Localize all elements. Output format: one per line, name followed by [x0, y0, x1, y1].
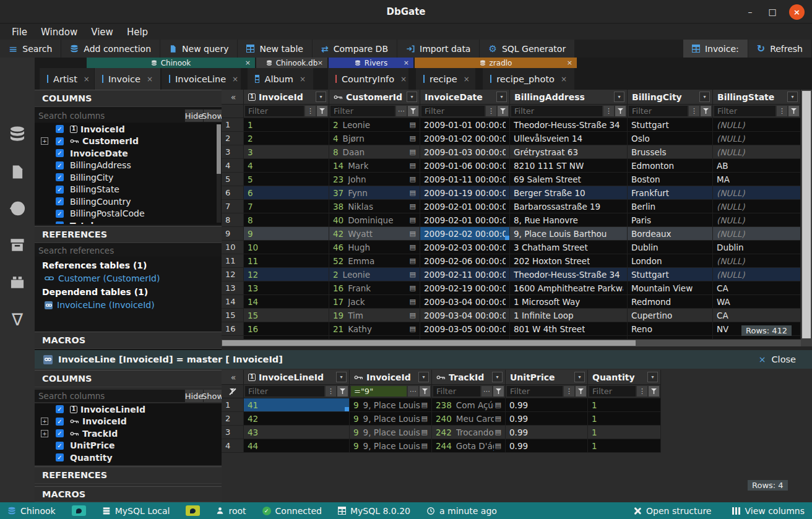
plugins-nav-icon[interactable]	[9, 274, 25, 290]
grid-cell[interactable]: 8Daan▤	[329, 145, 420, 159]
menu-help[interactable]: Help	[120, 27, 155, 38]
column-item-invoiceid[interactable]: ✓1InvoiceId	[35, 123, 222, 135]
column-checkbox[interactable]: ✓	[56, 125, 64, 133]
grid-cell[interactable]: 69 Salem Street	[510, 173, 628, 186]
grid-cell[interactable]: 2009-02-11 00:00:00	[420, 268, 510, 281]
open-reference-icon[interactable]: ▤	[494, 414, 501, 422]
close-tab-icon[interactable]: ×	[317, 59, 323, 67]
column-menu-chevron-icon[interactable]: ▾	[496, 92, 507, 102]
filter-input[interactable]: Filter	[714, 106, 775, 116]
expand-icon[interactable]: +	[41, 137, 48, 145]
tab-recipe_photo[interactable]: recipe_photo×	[483, 68, 574, 90]
grid-cell[interactable]: 17Jack▤	[329, 295, 420, 309]
close-tab-icon[interactable]: ×	[147, 75, 153, 84]
filter-menu-button[interactable]: ⋮	[486, 106, 496, 116]
column-header-invoicelineid[interactable]: 1InvoiceLineId▾	[244, 370, 350, 385]
column-checkbox[interactable]: ✓	[56, 186, 64, 194]
grid-cell[interactable]: Redmond	[628, 295, 713, 309]
grid-cell[interactable]: 244Gota D'águ▤	[432, 439, 506, 453]
grid-cell[interactable]: 319 N. Frances Street	[510, 336, 628, 339]
close-tab-icon[interactable]: ×	[567, 59, 572, 67]
grid-cell[interactable]: WA	[713, 295, 801, 309]
grid-cell[interactable]: 5	[244, 173, 329, 186]
filter-funnel-button[interactable]	[317, 106, 327, 116]
grid-cell[interactable]: (NULL)	[713, 227, 801, 241]
open-reference-icon[interactable]: ▤	[494, 428, 501, 436]
open-reference-icon[interactable]: ▤	[408, 298, 416, 306]
grid-cell[interactable]: 0.99	[506, 439, 588, 453]
database-tab-chinook[interactable]: Chinook×	[87, 58, 255, 68]
row-number[interactable]: 10	[222, 241, 244, 254]
menu-window[interactable]: Window	[34, 27, 84, 38]
grid-cell[interactable]: Stuttgart	[628, 268, 713, 281]
files-nav-icon[interactable]	[9, 164, 25, 180]
grid-cell[interactable]: 17	[244, 336, 329, 339]
column-header-billingstate[interactable]: BillingState▾	[713, 90, 801, 105]
grid-cell[interactable]: Dublin	[628, 241, 713, 254]
grid-cell[interactable]: 42	[244, 412, 350, 426]
grid-cell[interactable]: 0.99	[506, 426, 588, 439]
column-checkbox[interactable]: ✓	[56, 418, 64, 426]
open-reference-icon[interactable]: ▤	[408, 270, 416, 278]
grid-cell[interactable]: 2009-03-06 00:00:00	[420, 336, 510, 339]
grid-cell[interactable]: (NULL)	[713, 200, 801, 213]
vertical-scrollbar[interactable]	[801, 90, 812, 346]
close-tab-icon[interactable]: ×	[400, 75, 407, 84]
columns-panel-header[interactable]: COLUMNS	[35, 90, 222, 107]
filter-funnel-button[interactable]	[788, 106, 799, 116]
open-reference-icon[interactable]: ▤	[408, 284, 416, 292]
row-number[interactable]: 12	[222, 268, 244, 281]
grid-cell[interactable]: Theodor-Heuss-Straße 34	[510, 118, 628, 132]
menu-view[interactable]: View	[84, 27, 120, 38]
row-number[interactable]: 6	[222, 186, 244, 200]
grid-cell[interactable]: 8, Rue Hanovre	[510, 213, 628, 227]
column-header-trackid[interactable]: TrackId▾	[432, 370, 506, 385]
filter-input[interactable]: Filter	[245, 386, 324, 397]
database-tab-rivers[interactable]: Rivers×	[329, 58, 413, 68]
column-item-billingcountry[interactable]: ✓BillingCountry	[35, 195, 222, 208]
column-item-billingaddress[interactable]: ✓BillingAddress	[35, 160, 222, 172]
close-tab-icon[interactable]: ×	[464, 75, 470, 84]
filter-input[interactable]: Filter	[421, 106, 485, 116]
grid-cell[interactable]: 1600 Amphitheatre Parkway	[510, 281, 628, 295]
grid-cell[interactable]: (NULL)	[713, 186, 801, 200]
open-reference-icon[interactable]: ▤	[408, 202, 416, 210]
row-number[interactable]: 3	[222, 145, 244, 159]
grid-cell[interactable]: 2009-02-06 00:00:00	[420, 254, 510, 268]
archive-nav-icon[interactable]	[9, 237, 25, 253]
tab-recipe[interactable]: recipe×	[416, 68, 475, 90]
row-number[interactable]: 5	[222, 173, 244, 186]
search-columns-input[interactable]: Search columns	[35, 390, 184, 402]
clear-filter-icon[interactable]	[229, 388, 236, 395]
column-header-unitprice[interactable]: UnitPrice▾	[506, 370, 588, 385]
column-checkbox[interactable]: ✓	[56, 161, 64, 169]
close-tab-icon[interactable]: ×	[245, 59, 251, 67]
grid-cell[interactable]: Grétrystraat 63	[510, 145, 628, 159]
open-reference-icon[interactable]: ▤	[494, 442, 501, 450]
statusbar-open-structure[interactable]: Open structure	[633, 506, 711, 516]
column-header-billingaddress[interactable]: BillingAddress▾	[510, 90, 628, 105]
grid-cell[interactable]: 25Victor▤	[329, 336, 420, 339]
toolbar-import-data-button[interactable]: Import data	[397, 40, 479, 58]
column-checkbox[interactable]: ✓	[56, 221, 64, 224]
column-header-quantity[interactable]: Quantity▾	[588, 370, 661, 385]
grid-cell[interactable]: Brussels	[628, 145, 713, 159]
column-item-quantity[interactable]: ✓Quantity	[35, 452, 222, 464]
toolbar-new-query-button[interactable]: New query	[160, 40, 237, 58]
column-menu-chevron-icon[interactable]: ▾	[699, 92, 710, 102]
open-reference-icon[interactable]: ▤	[494, 401, 501, 409]
toolbar-sql-generator-button[interactable]: ⚙SQL Generator	[480, 40, 574, 58]
grid-cell[interactable]: 16Frank▤	[329, 281, 420, 295]
column-item-total[interactable]: ✓Total	[35, 220, 222, 224]
column-item-invoiceid[interactable]: +✓InvoiceId	[35, 416, 222, 428]
column-checkbox[interactable]: ✓	[56, 197, 64, 205]
clear-filters-cell[interactable]	[222, 385, 244, 398]
close-tab-icon[interactable]: ×	[300, 75, 306, 84]
grid-cell[interactable]: 99, Place Louis B▤	[350, 398, 432, 412]
column-header-invoiceid[interactable]: InvoiceId▾	[350, 370, 432, 385]
grid-cell[interactable]: (NULL)	[713, 118, 801, 132]
column-item-billingpostalcode[interactable]: ✓BillingPostalCode	[35, 208, 222, 220]
filter-menu-button[interactable]: ⋮	[564, 386, 574, 397]
grid-cell[interactable]: 52Emma▤	[329, 254, 420, 268]
row-number[interactable]: 13	[222, 281, 244, 295]
